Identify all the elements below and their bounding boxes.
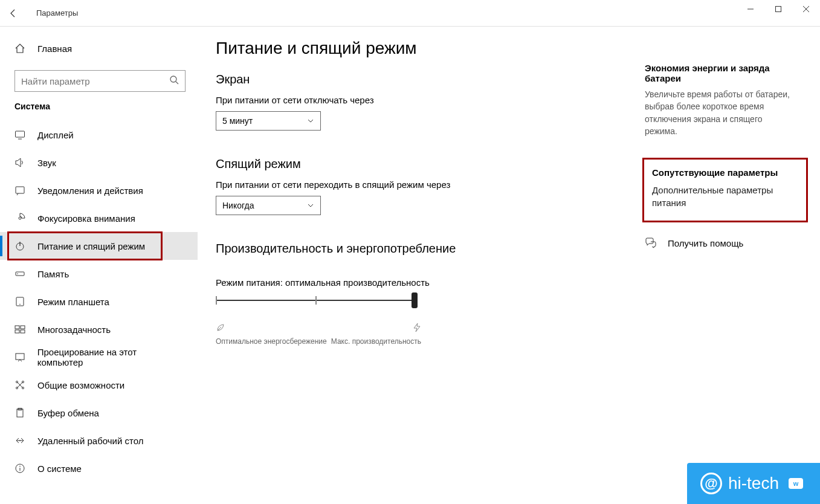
- main-content: Питание и спящий режим Экран При питании…: [198, 27, 820, 504]
- related-panel: Экономия энергии и заряда батареи Увелич…: [645, 63, 796, 249]
- power-mode-label: Режим питания: оптимальная производитель…: [216, 276, 639, 289]
- storage-icon: [15, 268, 29, 279]
- back-button[interactable]: [0, 0, 27, 27]
- home-button[interactable]: Главная: [0, 37, 198, 59]
- svg-point-11: [17, 273, 18, 274]
- slider-thumb[interactable]: [412, 292, 418, 308]
- sidebar-item-label: Фокусировка внимания: [37, 213, 135, 224]
- svg-point-2: [170, 76, 176, 82]
- sidebar-item-storage[interactable]: Память: [0, 260, 198, 288]
- leaf-icon: [216, 323, 225, 335]
- sidebar-item-display[interactable]: Дисплей: [0, 121, 198, 149]
- sidebar-item-label: Проецирование на этот компьютер: [37, 347, 183, 367]
- lightning-icon: [413, 323, 421, 335]
- section-performance-heading: Производительность и энергопотребление: [216, 242, 639, 256]
- svg-point-27: [19, 466, 21, 467]
- sidebar-item-label: Дисплей: [37, 130, 74, 140]
- tablet-mode-icon: [15, 296, 29, 307]
- get-help-label: Получить помощь: [668, 238, 743, 248]
- sidebar-item-projecting[interactable]: Проецирование на этот компьютер: [0, 343, 198, 371]
- vk-badge-icon: w: [789, 478, 803, 489]
- svg-rect-16: [15, 330, 19, 333]
- close-button[interactable]: [792, 0, 820, 18]
- sleep-dropdown[interactable]: Никогда: [216, 196, 321, 215]
- sidebar-item-label: О системе: [37, 464, 82, 474]
- sidebar-item-power-sleep[interactable]: Питание и спящий режим: [0, 232, 198, 260]
- sound-icon: [15, 157, 29, 168]
- focus-assist-icon: [15, 213, 29, 224]
- window-title: Параметры: [36, 8, 78, 18]
- svg-rect-6: [16, 187, 24, 193]
- clipboard-icon: [15, 407, 29, 418]
- section-screen-heading: Экран: [216, 73, 639, 86]
- battery-text: Увеличьте время работы от батареи, выбра…: [645, 88, 796, 137]
- additional-power-settings-link[interactable]: Дополнительные параметры питания: [652, 184, 789, 209]
- svg-rect-15: [21, 326, 25, 329]
- sidebar-item-about[interactable]: О системе: [0, 454, 198, 482]
- power-mode-slider[interactable]: [216, 296, 416, 313]
- sidebar-item-clipboard[interactable]: Буфер обмена: [0, 399, 198, 427]
- svg-rect-4: [16, 131, 25, 137]
- sidebar-item-label: Общие возможности: [37, 380, 124, 390]
- page-title: Питание и спящий режим: [216, 39, 802, 58]
- watermark: @ hi-tech w: [687, 463, 820, 504]
- section-sleep-heading: Спящий режим: [216, 157, 639, 171]
- watermark-text: hi-tech: [728, 474, 779, 493]
- window-controls: [737, 0, 820, 18]
- slider-min-label: Оптимальное энергосбережение: [216, 337, 327, 346]
- related-heading: Сопутствующие параметры: [652, 167, 789, 178]
- svg-rect-14: [15, 326, 19, 329]
- projecting-icon: [15, 352, 29, 363]
- at-sign-icon: @: [700, 473, 722, 494]
- sidebar-item-notifications[interactable]: Уведомления и действия: [0, 176, 198, 204]
- search-box[interactable]: [15, 70, 186, 92]
- sidebar-item-remote-desktop[interactable]: Удаленный рабочий стол: [0, 427, 198, 454]
- sidebar-item-label: Уведомления и действия: [37, 186, 143, 196]
- help-icon: [645, 237, 660, 249]
- multitasking-icon: [15, 324, 29, 335]
- search-input[interactable]: [21, 76, 169, 86]
- svg-rect-18: [16, 354, 24, 360]
- screen-off-label: При питании от сети отключать через: [216, 95, 639, 105]
- sidebar-item-label: Буфер обмена: [37, 408, 99, 418]
- svg-point-13: [19, 304, 21, 305]
- svg-rect-1: [776, 7, 781, 12]
- sidebar-item-label: Питание и спящий режим: [37, 241, 145, 251]
- sidebar-item-label: Многозадачность: [37, 325, 111, 335]
- notifications-icon: [15, 185, 29, 196]
- slider-max-label: Макс. производительность: [331, 337, 421, 346]
- svg-rect-10: [16, 272, 24, 276]
- sidebar-item-label: Режим планшета: [37, 297, 109, 307]
- remote-desktop-icon: [15, 435, 29, 446]
- dropdown-value: Никогда: [222, 201, 254, 210]
- sidebar-item-focus-assist[interactable]: Фокусировка внимания: [0, 204, 198, 232]
- slider-caption-row: Оптимальное энергосбережение Макс. произ…: [216, 323, 421, 346]
- titlebar: Параметры: [0, 0, 820, 27]
- shared-experiences-icon: [15, 380, 29, 390]
- chevron-down-icon: [307, 117, 314, 124]
- display-icon: [15, 129, 29, 140]
- battery-heading: Экономия энергии и заряда батареи: [645, 63, 796, 83]
- sidebar-item-sound[interactable]: Звук: [0, 149, 198, 176]
- power-icon: [15, 241, 29, 251]
- search-icon: [169, 75, 179, 87]
- svg-point-7: [19, 217, 21, 219]
- sidebar-item-tablet-mode[interactable]: Режим планшета: [0, 288, 198, 315]
- sleep-label: При питании от сети переходить в спящий …: [216, 179, 639, 190]
- about-icon: [15, 463, 29, 474]
- home-label: Главная: [37, 44, 72, 54]
- category-title: Система: [15, 102, 198, 111]
- sidebar-item-multitasking[interactable]: Многозадачность: [0, 315, 198, 343]
- sidebar-item-shared-experiences[interactable]: Общие возможности: [0, 371, 198, 399]
- sidebar-item-label: Удаленный рабочий стол: [37, 436, 143, 446]
- sidebar: Главная Система Дисплей Звук Уведомления…: [0, 27, 198, 504]
- home-icon: [15, 43, 29, 54]
- svg-rect-17: [21, 330, 25, 333]
- maximize-button[interactable]: [764, 0, 792, 18]
- chevron-down-icon: [307, 202, 314, 209]
- dropdown-value: 5 минут: [222, 116, 253, 126]
- screen-off-dropdown[interactable]: 5 минут: [216, 111, 321, 131]
- svg-line-3: [176, 82, 178, 84]
- minimize-button[interactable]: [737, 0, 764, 18]
- get-help-link[interactable]: Получить помощь: [645, 237, 796, 249]
